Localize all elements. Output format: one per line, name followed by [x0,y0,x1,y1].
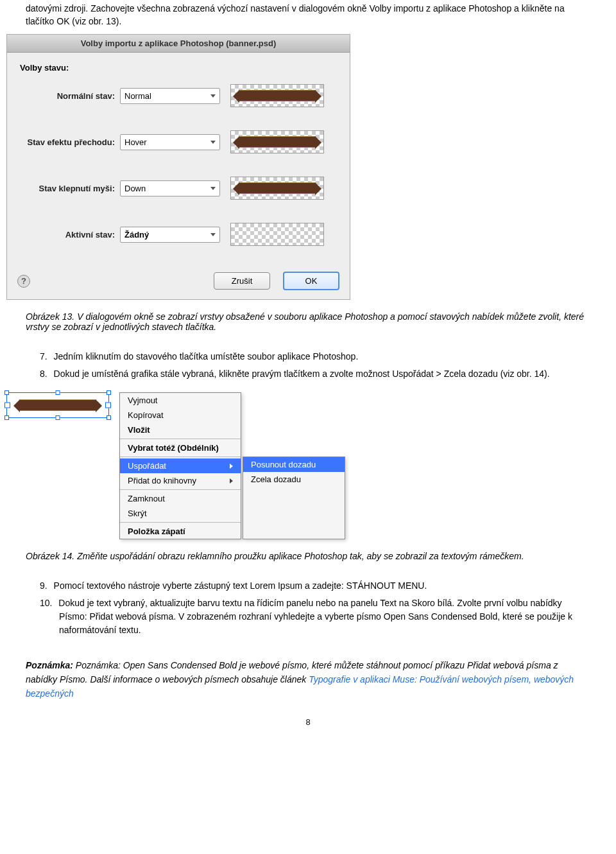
selection-handle[interactable] [56,390,60,395]
chevron-right-icon [230,478,233,484]
chevron-down-icon [210,233,216,236]
note-paragraph: Poznámka: Poznámka: Open Sans Condensed … [26,659,590,701]
label-hover: Stav efektu přechodu: [17,137,120,147]
label-active: Aktivní stav: [17,230,120,240]
import-options-dialog: Volby importu z aplikace Photoshop (bann… [6,34,350,300]
selection-handle[interactable] [56,415,60,420]
chevron-down-icon [210,141,216,144]
preview-active [230,223,324,246]
ctx-add-library[interactable]: Přidat do knihovny [120,473,241,488]
menu-separator [120,457,241,457]
chevron-down-icon [210,187,216,190]
chevron-right-icon [230,464,233,469]
preview-normal [230,84,324,107]
ok-button[interactable]: OK [283,272,339,290]
step-9: Pomocí textového nástroje vyberte zástup… [54,579,590,593]
row-hover: Stav efektu přechodu: Hover [17,130,339,153]
ctx-copy[interactable]: Kopírovat [120,408,241,423]
note-label: Poznámka: [26,660,73,670]
help-icon[interactable]: ? [17,275,30,288]
caption-13: Obrázek 13. V dialogovém okně se zobrazí… [26,311,590,332]
select-active[interactable]: Žádný [120,227,220,243]
ribbon-icon [239,90,316,101]
step-7: Jedním kliknutím do stavového tlačítka u… [54,350,590,363]
ctx-select-same[interactable]: Vybrat totéž (Obdélník) [120,440,241,455]
select-active-value: Žádný [124,230,149,240]
row-active: Aktivní stav: Žádný [17,223,339,246]
ctx-cut[interactable]: Vyjmout [120,393,241,408]
dialog-title: Volby importu z aplikace Photoshop (bann… [7,35,350,53]
menu-separator [120,522,241,523]
ctx-paste[interactable]: Vložit [120,423,241,437]
ribbon-icon [239,136,316,148]
ribbon-icon [19,399,96,411]
ctx-arrange[interactable]: Uspořádat [120,458,241,473]
selection-handle[interactable] [4,390,9,395]
menu-separator [120,489,241,490]
preview-hover [230,130,324,153]
context-submenu-arrange: Posunout dozadu Zcela dozadu [243,457,345,539]
intro-paragraph: datovými zdroji. Zachovejte všechna zobr… [26,3,590,28]
context-menu: Vyjmout Kopírovat Vložit Vybrat totéž (O… [119,392,241,539]
label-normal: Normální stav: [17,91,120,101]
step-8: Dokud je umístěná grafika stále vybraná,… [54,367,590,381]
ctx-sub-forward[interactable]: Posunout dozadu [243,457,345,472]
menu-separator [120,439,241,439]
ctx-lock[interactable]: Zamknout [120,491,241,506]
row-normal: Normální stav: Normal [17,84,339,107]
ctx-sub-back[interactable]: Zcela dozadu [243,472,345,487]
select-normal-value: Normal [124,91,151,101]
ribbon-icon [239,182,316,194]
dialog-section-label: Volby stavu: [20,63,339,73]
select-down-value: Down [124,184,146,193]
dialog-footer: ? Zrušit OK [7,266,350,299]
step-10: Dokud je text vybraný, aktualizujte barv… [54,597,590,637]
chevron-down-icon [210,94,216,98]
select-hover[interactable]: Hover [120,134,220,150]
figure-14: Vyjmout Kopírovat Vložit Vybrat totéž (O… [6,392,590,539]
select-hover-value: Hover [124,137,147,147]
selected-graphic[interactable] [6,392,109,418]
caption-14: Obrázek 14. Změňte uspořádání obrazu rek… [26,551,590,561]
dialog-body: Volby stavu: Normální stav: Normal Stav … [7,53,350,266]
label-down: Stav klepnutí myši: [17,184,120,193]
select-down[interactable]: Down [120,180,220,196]
row-down: Stav klepnutí myši: Down [17,177,339,200]
select-normal[interactable]: Normal [120,88,220,104]
preview-down [230,177,324,200]
selection-handle[interactable] [107,415,111,420]
page-number: 8 [26,717,590,727]
selection-handle[interactable] [4,415,9,420]
cancel-button[interactable]: Zrušit [214,272,270,290]
ctx-hide[interactable]: Skrýt [120,506,241,521]
ctx-footer-item[interactable]: Položka zápatí [120,524,241,539]
selection-handle[interactable] [107,390,111,395]
